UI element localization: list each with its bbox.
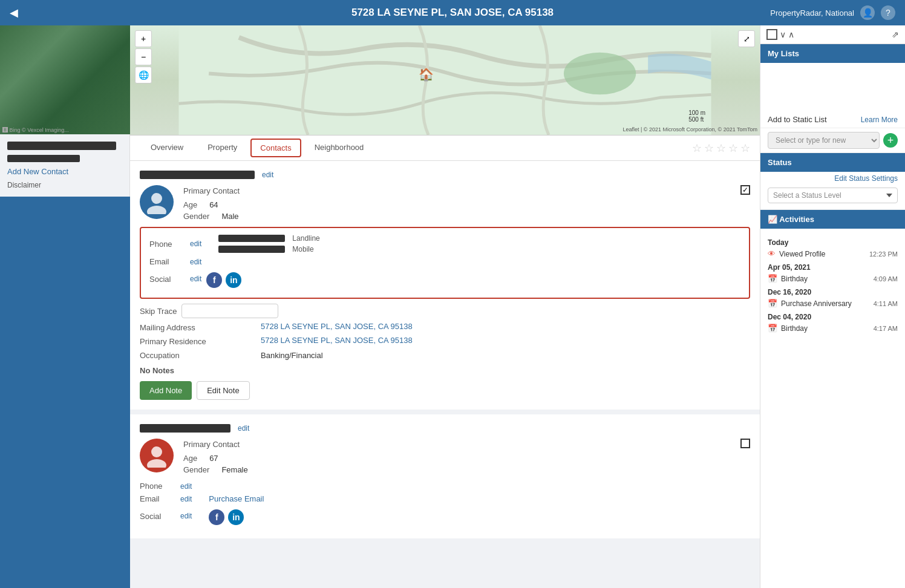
contact1-phone2-redacted: [218, 246, 285, 253]
contact1-name-edit-link[interactable]: edit: [262, 171, 273, 179]
activity4-left: 📅 Birthday: [768, 324, 808, 333]
contact1-social-icons: f in: [206, 272, 241, 288]
contact2-social-edit-link[interactable]: edit: [180, 512, 192, 520]
linkedin-icon[interactable]: in: [226, 272, 241, 288]
learn-more-link[interactable]: Learn More: [861, 116, 898, 124]
edit-note-button[interactable]: Edit Note: [197, 381, 249, 400]
contact2-gender-value: Female: [221, 464, 247, 475]
contact2-avatar: [140, 439, 174, 472]
share-icon[interactable]: ⇗: [892, 30, 899, 39]
chevron-up-icon[interactable]: ∧: [788, 30, 794, 39]
contact1-gender-value: Male: [221, 211, 238, 222]
date4-label: Dec 04, 2020: [768, 313, 898, 321]
facebook-icon[interactable]: f: [206, 272, 222, 288]
contact2-name-edit-link[interactable]: edit: [238, 424, 249, 433]
tab-contacts[interactable]: Contacts: [250, 139, 301, 157]
map-type-button[interactable]: 🌐: [135, 67, 152, 83]
zoom-in-button[interactable]: +: [135, 30, 152, 47]
expand-map-button[interactable]: ⤢: [738, 30, 755, 47]
zoom-out-button[interactable]: −: [135, 48, 152, 65]
contact1-no-notes: No Notes: [140, 366, 750, 375]
contact1-mailing-address-link[interactable]: 5728 LA SEYNE PL, SAN JOSE, CA 95138: [261, 322, 750, 333]
tab-overview[interactable]: Overview: [140, 137, 194, 159]
star-4[interactable]: ☆: [728, 142, 738, 155]
today-label: Today: [768, 238, 898, 247]
map-roads-svg: [130, 25, 760, 135]
star-1[interactable]: ☆: [692, 142, 702, 155]
contact1-email-row: Email edit: [149, 257, 740, 266]
list-select-dropdown[interactable]: Select or type for new: [768, 132, 880, 149]
page-title: 5728 LA SEYNE PL, SAN JOSE, CA 95138: [351, 7, 554, 19]
contact2-facebook-icon[interactable]: f: [209, 509, 224, 525]
activities-section: Today 👁 Viewed Profile 12:23 PM Apr 05, …: [760, 229, 905, 588]
contact1-role-label: Primary Contact: [183, 185, 240, 197]
contact1-phone-edit-link[interactable]: edit: [190, 240, 201, 248]
add-to-list-button[interactable]: +: [883, 133, 898, 148]
activity3-label: Purchase Anniversary: [781, 299, 852, 308]
star-5[interactable]: ☆: [740, 142, 750, 155]
contact1-name-redacted: [140, 171, 255, 179]
map-controls: + − 🌐: [135, 30, 152, 83]
contact2-linkedin-icon[interactable]: in: [228, 509, 244, 525]
contact1-phone-label: Phone: [149, 240, 183, 249]
status-level-dropdown[interactable]: Select a Status Level: [768, 188, 898, 203]
contact1-residence-label: Primary Residence: [140, 336, 261, 347]
svg-point-2: [151, 193, 162, 204]
right-panel-top-controls: ∨ ∧ ⇗: [760, 25, 905, 44]
star-2[interactable]: ☆: [704, 142, 714, 155]
chevron-down-icon[interactable]: ∨: [780, 30, 786, 39]
activity-row-3: 📅 Purchase Anniversary 4:11 AM: [768, 299, 898, 308]
activity1-left: 👁 Viewed Profile: [768, 249, 826, 258]
tab-neighborhood[interactable]: Neighborhood: [304, 137, 375, 159]
status-select-row: Select a Status Level: [760, 185, 905, 209]
user-icon[interactable]: 👤: [860, 5, 875, 20]
activity-row-2: 📅 Birthday 4:09 AM: [768, 274, 898, 283]
tab-property[interactable]: Property: [197, 137, 248, 159]
add-new-contact-link[interactable]: Add New Contact: [7, 167, 122, 176]
contact2-purchase-email-link[interactable]: Purchase Email: [209, 494, 264, 503]
contact1-gender-label: Gender: [183, 211, 209, 222]
contact2-email-label: Email: [140, 494, 173, 503]
disclaimer-link[interactable]: Disclaimer: [7, 181, 122, 189]
activity3-left: 📅 Purchase Anniversary: [768, 299, 852, 308]
activity2-time: 4:09 AM: [874, 275, 898, 283]
left-map-panel: 🅱 Bing © Vexcel Imaging... Add New Conta…: [0, 25, 130, 588]
contact2-social-row: Social edit f in: [140, 507, 750, 525]
contact2-primary-checkbox[interactable]: [740, 439, 750, 448]
contact1-email-edit-link[interactable]: edit: [190, 258, 201, 266]
star-3[interactable]: ☆: [716, 142, 726, 155]
activity1-time: 12:23 PM: [869, 250, 898, 258]
contact2-phone-label: Phone: [140, 482, 173, 491]
contact1-phone1-type: Landline: [292, 234, 319, 243]
help-icon[interactable]: ?: [881, 5, 895, 20]
contact1-mailing-label: Mailing Address: [140, 322, 261, 333]
contact1-occupation-label: Occupation: [140, 350, 261, 361]
center-content: 🏠 + − 🌐 ⤢ 100 m 500 ft Leaflet | © 2021 …: [130, 25, 760, 588]
birthday-calendar-icon-1: 📅: [768, 274, 777, 283]
contact-card-2: edit Primary Contact: [130, 414, 760, 538]
mini-map-background: [0, 25, 130, 134]
svg-point-1: [564, 53, 636, 95]
tab-bar: Overview Property Contacts Neighborhood …: [130, 136, 760, 161]
add-to-list-label: Add to Static List: [768, 115, 827, 124]
edit-status-settings-link[interactable]: Edit Status Settings: [760, 172, 905, 185]
skip-trace-dropdown[interactable]: [181, 304, 278, 318]
contact-name-redacted-2: [7, 155, 80, 162]
back-button[interactable]: ◀: [10, 6, 18, 19]
contact2-phone-row: Phone edit: [140, 482, 750, 491]
contact1-primary-checkbox[interactable]: ✓: [740, 185, 750, 195]
birthday-calendar-icon-2: 📅: [768, 324, 777, 333]
activity2-label: Birthday: [781, 275, 808, 283]
contact2-age-value: 67: [209, 452, 218, 464]
activity3-time: 4:11 AM: [874, 300, 898, 307]
contact2-phone-edit-link[interactable]: edit: [180, 482, 192, 491]
list-checkbox[interactable]: [766, 29, 777, 40]
add-note-button[interactable]: Add Note: [140, 381, 192, 400]
contact1-residence-link[interactable]: 5728 LA SEYNE PL, SAN JOSE, CA 95138: [261, 336, 750, 347]
contact2-email-edit-link[interactable]: edit: [180, 495, 192, 503]
contact1-social-edit-link[interactable]: edit: [190, 275, 201, 283]
service-name-label: PropertyRadar, National: [770, 8, 854, 18]
list-select-row: Select or type for new +: [760, 128, 905, 153]
top-header: ◀ 5728 LA SEYNE PL, SAN JOSE, CA 95138 P…: [0, 0, 905, 25]
contact-card-1: edit Primary Contact: [130, 161, 760, 410]
